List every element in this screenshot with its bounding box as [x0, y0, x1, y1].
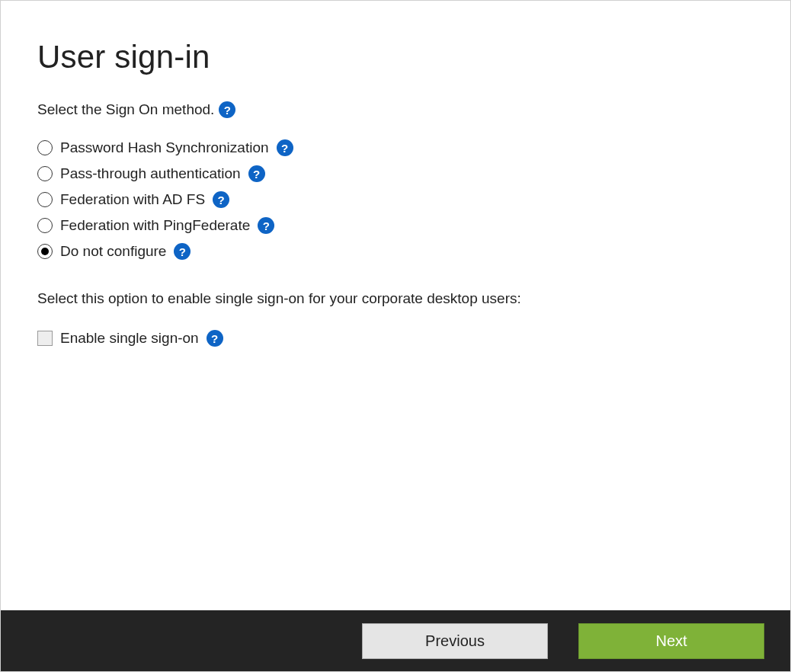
instruction-text: Select the Sign On method. [37, 101, 214, 118]
radio-federation-ping[interactable]: Federation with PingFederate ? [37, 217, 754, 234]
help-icon[interactable]: ? [277, 139, 293, 156]
help-icon[interactable]: ? [213, 191, 229, 208]
radio-label[interactable]: Password Hash Synchronization [60, 139, 269, 156]
radio-pass-through[interactable]: Pass-through authentication ? [37, 165, 754, 182]
radio-input[interactable] [37, 166, 53, 181]
radio-input[interactable] [37, 244, 53, 259]
radio-input[interactable] [37, 218, 53, 233]
help-icon[interactable]: ? [248, 165, 265, 182]
radio-input[interactable] [37, 192, 53, 207]
content-area: User sign-in Select the Sign On method. … [1, 1, 790, 610]
radio-label[interactable]: Do not configure [60, 243, 166, 260]
signon-method-radio-group: Password Hash Synchronization ? Pass-thr… [37, 139, 754, 260]
enable-sso-label: Enable single sign-on [60, 330, 199, 347]
page-title: User sign-in [37, 39, 754, 75]
radio-password-hash[interactable]: Password Hash Synchronization ? [37, 139, 754, 156]
next-button[interactable]: Next [578, 623, 764, 659]
help-icon[interactable]: ? [258, 217, 274, 234]
radio-label[interactable]: Pass-through authentication [60, 165, 241, 182]
wizard-window: User sign-in Select the Sign On method. … [0, 0, 791, 672]
enable-sso-checkbox [37, 331, 53, 346]
help-icon[interactable]: ? [174, 243, 191, 260]
previous-button[interactable]: Previous [362, 623, 548, 659]
enable-sso-row: Enable single sign-on ? [37, 330, 754, 347]
radio-federation-adfs[interactable]: Federation with AD FS ? [37, 191, 754, 208]
radio-label[interactable]: Federation with AD FS [60, 191, 205, 208]
radio-do-not-configure[interactable]: Do not configure ? [37, 243, 754, 260]
wizard-footer: Previous Next [1, 610, 790, 671]
radio-label[interactable]: Federation with PingFederate [60, 217, 250, 234]
sso-instruction-text: Select this option to enable single sign… [37, 290, 754, 307]
help-icon[interactable]: ? [207, 330, 223, 347]
help-icon[interactable]: ? [219, 101, 235, 118]
instruction-row: Select the Sign On method. ? [37, 101, 754, 118]
radio-input[interactable] [37, 140, 53, 155]
